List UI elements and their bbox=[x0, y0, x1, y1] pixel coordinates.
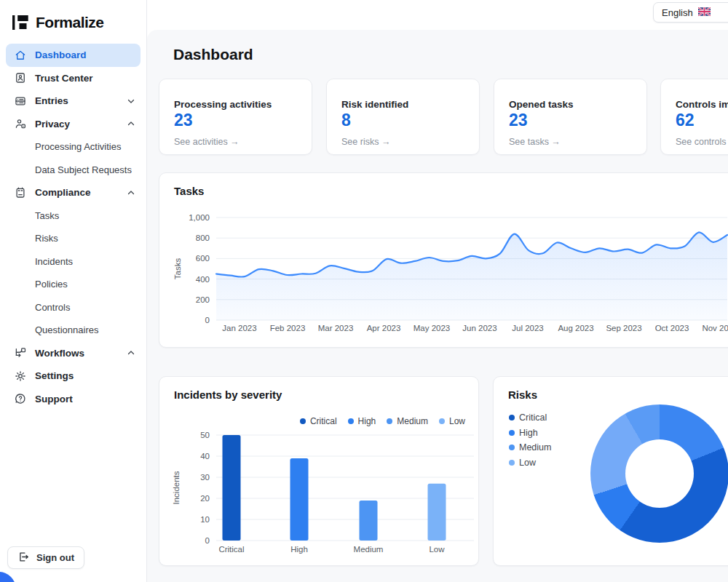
sidebar-item-label: Dashboard bbox=[35, 49, 87, 60]
sidebar-subitem-incidents[interactable]: Incidents bbox=[0, 250, 146, 274]
legend-dot bbox=[509, 430, 515, 436]
svg-text:200: 200 bbox=[196, 295, 210, 304]
stat-card-processing-activities: Processing activities23See activities → bbox=[159, 79, 312, 155]
tasks-chart-card: Tasks 02004006008001,000Jan 2023Feb 2023… bbox=[159, 172, 728, 348]
incidents-bar-chart: 01020304050CriticalHighMediumLowIncident… bbox=[159, 377, 478, 560]
tasks-line-chart: 02004006008001,000Jan 2023Feb 2023Mar 20… bbox=[159, 202, 728, 371]
stat-card-link[interactable]: See controls → bbox=[676, 137, 728, 147]
svg-text:Feb 2023: Feb 2023 bbox=[270, 324, 306, 332]
support-icon bbox=[13, 392, 27, 406]
sidebar-item-settings[interactable]: Settings bbox=[0, 364, 146, 388]
legend-item-critical: Critical bbox=[509, 412, 551, 423]
svg-text:20: 20 bbox=[200, 494, 210, 503]
tasks-chart-title: Tasks bbox=[174, 185, 204, 197]
badge-person-icon bbox=[13, 71, 27, 85]
sidebar-item-entries[interactable]: Entries bbox=[0, 89, 146, 113]
stat-card-controls-implemented: Controls implemented62See controls → bbox=[660, 79, 728, 155]
stat-card-label: Processing activities bbox=[174, 99, 297, 110]
svg-text:40: 40 bbox=[200, 452, 210, 461]
sidebar-item-privacy[interactable]: Privacy bbox=[0, 113, 146, 136]
app-logo: Formalize bbox=[0, 0, 146, 33]
svg-text:800: 800 bbox=[196, 234, 210, 242]
svg-text:Low: Low bbox=[429, 545, 445, 554]
svg-text:Jul 2023: Jul 2023 bbox=[512, 324, 543, 332]
stat-card-value: 23 bbox=[509, 111, 632, 130]
legend-dot bbox=[509, 445, 515, 450]
svg-text:50: 50 bbox=[200, 431, 210, 439]
sidebar-item-label: Privacy bbox=[35, 119, 70, 129]
sidebar-item-workflows[interactable]: Workflows bbox=[0, 342, 146, 365]
bar-high bbox=[290, 458, 309, 541]
chevron-up-icon bbox=[126, 348, 136, 358]
user-shield-icon bbox=[13, 117, 27, 131]
sidebar-item-support[interactable]: Support bbox=[0, 388, 146, 411]
stat-card-link[interactable]: See risks → bbox=[341, 137, 464, 147]
svg-text:Aug 2023: Aug 2023 bbox=[558, 324, 593, 332]
app-title: Formalize bbox=[36, 14, 104, 31]
entries-icon bbox=[13, 94, 27, 108]
bar-medium bbox=[360, 501, 378, 541]
svg-text:Critical: Critical bbox=[218, 545, 244, 554]
svg-text:Jan 2023: Jan 2023 bbox=[222, 324, 256, 332]
svg-text:Jun 2023: Jun 2023 bbox=[462, 324, 496, 332]
incidents-chart-card: Incidents by severity CriticalHighMedium… bbox=[159, 376, 479, 566]
svg-text:High: High bbox=[290, 545, 308, 554]
stat-card-label: Opened tasks bbox=[509, 99, 632, 110]
sidebar: Formalize DashboardTrust CenterEntriesPr… bbox=[0, 0, 147, 582]
legend-item-high: High bbox=[509, 428, 551, 438]
bar-low bbox=[428, 484, 446, 541]
svg-text:Mar 2023: Mar 2023 bbox=[318, 324, 354, 332]
svg-text:Oct 2023: Oct 2023 bbox=[655, 324, 689, 332]
svg-text:Incidents: Incidents bbox=[172, 471, 181, 504]
sidebar-subitem-data-subject-requests[interactable]: Data Subject Requests bbox=[0, 159, 146, 182]
stat-card-label: Risk identified bbox=[341, 99, 464, 110]
language-label: English bbox=[662, 7, 693, 18]
topbar: English bbox=[147, 0, 728, 30]
stat-card-label: Controls implemented bbox=[676, 99, 728, 110]
stat-card-opened-tasks: Opened tasks23See tasks → bbox=[494, 79, 647, 155]
sidebar-item-trust-center[interactable]: Trust Center bbox=[0, 67, 146, 90]
svg-text:0: 0 bbox=[205, 536, 210, 545]
sidebar-item-label: Compliance bbox=[35, 187, 91, 198]
gear-icon bbox=[13, 369, 27, 383]
sidebar-subitem-controls[interactable]: Controls bbox=[0, 296, 146, 319]
sidebar-item-label: Workflows bbox=[35, 348, 84, 359]
sidebar-subitem-risks[interactable]: Risks bbox=[0, 227, 146, 250]
page-title: Dashboard bbox=[173, 46, 253, 63]
stat-card-link[interactable]: See activities → bbox=[174, 137, 297, 147]
sign-out-label: Sign out bbox=[36, 552, 74, 563]
legend-item-medium: Medium bbox=[509, 442, 551, 453]
sign-out-button[interactable]: Sign out bbox=[7, 546, 84, 569]
svg-text:Tasks: Tasks bbox=[173, 258, 182, 280]
stat-card-value: 23 bbox=[174, 111, 297, 130]
sidebar-subitem-processing-activities[interactable]: Processing Activities bbox=[0, 135, 146, 159]
risks-chart-card: Risks CriticalHighMediumLow bbox=[493, 376, 728, 566]
chevron-down-icon bbox=[126, 96, 136, 106]
svg-text:400: 400 bbox=[196, 275, 210, 284]
svg-text:Medium: Medium bbox=[354, 545, 384, 554]
sidebar-item-label: Support bbox=[35, 394, 73, 404]
svg-text:Apr 2023: Apr 2023 bbox=[367, 324, 401, 332]
sidebar-nav: DashboardTrust CenterEntriesPrivacyProce… bbox=[0, 44, 146, 410]
sidebar-item-compliance[interactable]: Compliance bbox=[0, 181, 146, 204]
svg-text:600: 600 bbox=[196, 254, 210, 263]
sidebar-item-dashboard[interactable]: Dashboard bbox=[6, 44, 141, 67]
svg-text:0: 0 bbox=[205, 316, 210, 324]
svg-text:30: 30 bbox=[200, 473, 210, 482]
bar-critical bbox=[223, 435, 241, 541]
svg-text:1,000: 1,000 bbox=[189, 213, 210, 222]
main-content: Dashboard Processing activities23See act… bbox=[147, 30, 728, 582]
logout-icon bbox=[17, 551, 30, 565]
sidebar-subitem-questionnaires[interactable]: Questionnaires bbox=[0, 319, 146, 342]
language-selector-button[interactable]: English bbox=[653, 2, 728, 23]
workflow-icon bbox=[13, 346, 27, 360]
clipboard-icon bbox=[13, 186, 27, 199]
stat-card-risk-identified: Risk identified8See risks → bbox=[326, 79, 480, 155]
legend-dot bbox=[509, 460, 515, 466]
risks-legend: CriticalHighMediumLow bbox=[509, 412, 551, 468]
sidebar-subitem-tasks[interactable]: Tasks bbox=[0, 204, 146, 228]
sidebar-item-label: Entries bbox=[35, 95, 68, 106]
stat-card-link[interactable]: See tasks → bbox=[509, 137, 632, 147]
legend-dot bbox=[509, 415, 515, 420]
sidebar-subitem-policies[interactable]: Policies bbox=[0, 273, 146, 296]
